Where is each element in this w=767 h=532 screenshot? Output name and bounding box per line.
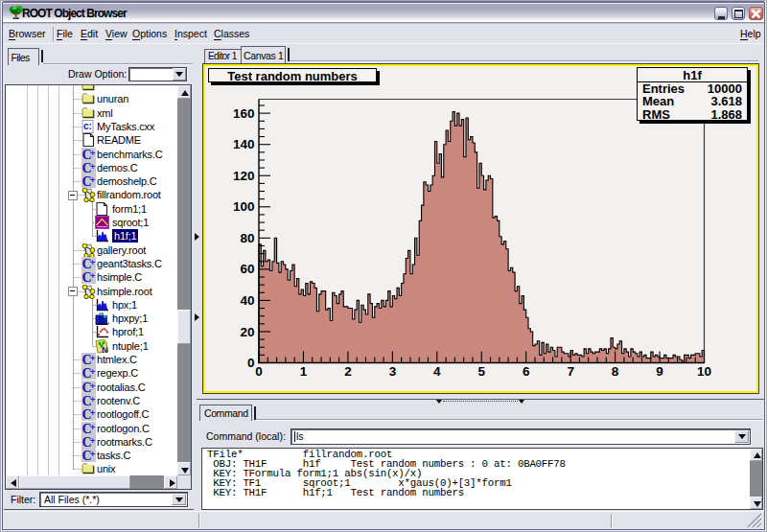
svg-text:+: + [90,175,95,185]
svg-text:20: 20 [240,325,254,339]
svg-text:160: 160 [233,106,255,121]
svg-text:+: + [90,367,95,377]
svg-text:+: + [90,258,95,267]
svg-text:0: 0 [247,356,255,370]
svg-text:0: 0 [255,364,263,379]
svg-text:40: 40 [240,293,254,308]
svg-text:80: 80 [240,231,254,245]
svg-text:+: + [90,395,95,405]
svg-text:6: 6 [523,364,530,379]
svg-text:+: + [90,162,95,172]
svg-text:+: + [90,408,95,418]
svg-text:8: 8 [612,364,619,379]
svg-text:+: + [90,423,95,432]
svg-text:60: 60 [240,262,254,276]
svg-text:120: 120 [233,169,255,183]
svg-text:+: + [90,149,95,158]
svg-text:+: + [90,382,95,391]
svg-text:10: 10 [697,364,711,379]
svg-text:+: + [90,436,95,446]
svg-text:+: + [90,271,95,281]
svg-text:c:: c: [83,121,92,131]
svg-text:1: 1 [300,364,308,379]
svg-text:+: + [90,450,95,459]
svg-text:4: 4 [433,364,441,379]
svg-text:2: 2 [344,364,352,379]
svg-text:9: 9 [656,364,663,379]
svg-text:100: 100 [233,199,255,214]
svg-text:7: 7 [567,364,574,379]
svg-text:+: + [90,354,95,363]
svg-text:140: 140 [233,137,255,151]
svg-text:3: 3 [389,364,397,379]
svg-text:5: 5 [477,364,485,379]
